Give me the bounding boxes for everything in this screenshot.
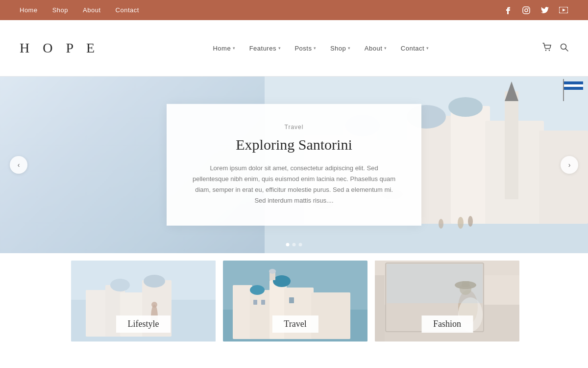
about-chevron: ▾	[384, 46, 387, 51]
cart-icon[interactable]	[542, 43, 551, 53]
hero-card: Travel Exploring Santorini Lorem ipsum d…	[167, 104, 421, 226]
main-nav: Home ▾ Features ▾ Posts ▾ Shop ▾ About ▾…	[213, 45, 429, 52]
topbar-contact-link[interactable]: Contact	[116, 6, 139, 14]
prev-arrow-icon: ‹	[18, 161, 20, 169]
svg-point-21	[448, 97, 483, 117]
svg-line-8	[565, 49, 568, 51]
social-links	[503, 5, 568, 15]
svg-point-6	[549, 50, 550, 51]
travel-label-wrap: Travel	[272, 315, 318, 333]
site-logo[interactable]: H O P E	[20, 40, 99, 56]
svg-point-40	[144, 275, 165, 288]
nav-about[interactable]: About ▾	[365, 45, 387, 52]
svg-point-42	[151, 302, 157, 308]
slider-prev-button[interactable]: ‹	[10, 156, 27, 174]
hero-category: Travel	[191, 124, 397, 131]
fashion-label-wrap: Fashion	[421, 315, 473, 333]
lifestyle-category-card[interactable]: Lifestyle	[71, 261, 216, 342]
svg-point-53	[269, 269, 276, 274]
svg-point-2	[528, 8, 529, 9]
svg-point-31	[468, 216, 473, 227]
nav-home[interactable]: Home ▾	[213, 45, 235, 52]
nav-shop[interactable]: Shop ▾	[330, 45, 351, 52]
nav-features[interactable]: Features ▾	[249, 45, 281, 52]
topbar-shop-link[interactable]: Shop	[52, 6, 68, 14]
posts-chevron: ▾	[314, 46, 317, 51]
hero-slider: Travel Exploring Santorini Lorem ipsum d…	[0, 77, 588, 253]
hero-excerpt: Lorem ipsum dolor sit amet, consectetur …	[191, 163, 397, 206]
svg-point-39	[110, 279, 130, 291]
contact-chevron: ▾	[426, 46, 429, 51]
nav-contact[interactable]: Contact ▾	[401, 45, 429, 52]
svg-rect-22	[505, 91, 518, 199]
topbar-about-link[interactable]: About	[83, 6, 100, 14]
travel-category-card[interactable]: Travel	[223, 261, 368, 342]
nav-utility-icons	[542, 43, 568, 53]
slider-dot-1[interactable]	[286, 243, 290, 246]
features-chevron: ▾	[278, 46, 281, 51]
svg-rect-26	[564, 81, 583, 84]
svg-point-5	[545, 50, 546, 51]
svg-rect-55	[261, 300, 265, 305]
search-icon[interactable]	[560, 43, 568, 53]
nav-posts[interactable]: Posts ▾	[294, 45, 317, 52]
shop-chevron: ▾	[348, 46, 351, 51]
svg-rect-27	[564, 84, 583, 87]
svg-rect-68	[387, 264, 483, 303]
top-bar-nav: Home Shop About Contact	[20, 6, 139, 14]
fashion-label: Fashion	[433, 319, 461, 329]
lifestyle-label-wrap: Lifestyle	[116, 315, 171, 333]
svg-point-50	[273, 275, 291, 287]
fashion-category-card[interactable]: Fashion	[375, 261, 519, 342]
topbar-home-link[interactable]: Home	[20, 6, 38, 14]
svg-rect-45	[233, 285, 252, 339]
slider-dots	[286, 243, 302, 246]
svg-rect-0	[523, 7, 530, 14]
facebook-icon[interactable]	[503, 5, 513, 15]
travel-label: Travel	[284, 319, 306, 329]
svg-point-1	[525, 9, 528, 12]
slider-next-button[interactable]: ›	[561, 156, 578, 174]
svg-point-32	[439, 219, 443, 229]
home-chevron: ▾	[233, 46, 236, 51]
slider-dot-3[interactable]	[299, 243, 302, 246]
svg-marker-4	[563, 9, 565, 12]
svg-rect-28	[564, 87, 583, 90]
svg-rect-56	[289, 297, 294, 303]
svg-rect-18	[539, 131, 588, 224]
twitter-icon[interactable]	[540, 5, 550, 15]
main-header: H O P E Home ▾ Features ▾ Posts ▾ Shop ▾…	[0, 20, 588, 77]
youtube-icon[interactable]	[559, 5, 568, 15]
category-section: Lifestyle Travel	[0, 253, 588, 342]
top-bar: Home Shop About Contact	[0, 0, 588, 20]
lifestyle-label: Lifestyle	[128, 319, 159, 329]
next-arrow-icon: ›	[568, 161, 571, 169]
svg-rect-54	[253, 300, 257, 305]
svg-point-51	[250, 285, 265, 295]
hero-title: Exploring Santorini	[191, 136, 397, 153]
svg-point-30	[458, 217, 464, 229]
instagram-icon[interactable]	[521, 5, 531, 15]
slider-dot-2[interactable]	[293, 243, 296, 246]
svg-rect-16	[451, 106, 490, 224]
